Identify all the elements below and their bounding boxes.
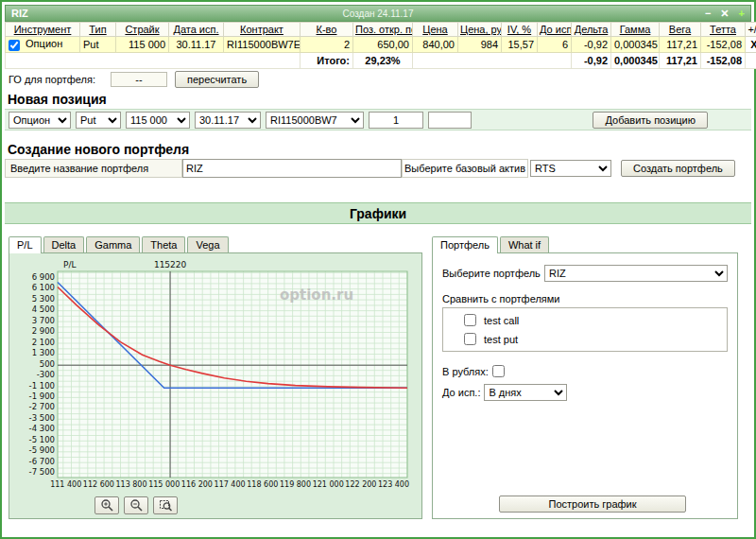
test-call-checkbox[interactable] [464, 314, 476, 326]
new-portfolio-row: Введите название портфеля Выберите базов… [5, 159, 751, 178]
svg-text:3 700: 3 700 [32, 316, 55, 325]
quantity-input[interactable] [369, 112, 423, 129]
cell-delta: -0,92 [572, 37, 611, 53]
svg-text:122 200: 122 200 [345, 480, 376, 489]
portfolio-name-input[interactable] [182, 159, 402, 178]
app-window: RIZ Создан 24.11.17 − ✕ + Инструмент Тип… [0, 0, 756, 539]
col-header-gamma[interactable]: Гамма [611, 23, 660, 37]
svg-text:115220: 115220 [154, 260, 187, 270]
cell-type: Put [80, 37, 116, 53]
days-mode-select[interactable]: В днях [484, 384, 567, 401]
price-input[interactable] [428, 112, 472, 129]
charts-section-title: Графики [5, 202, 751, 224]
zoom-in-button[interactable] [94, 496, 119, 514]
col-header-price[interactable]: Цена [413, 23, 458, 37]
svg-text:2 900: 2 900 [32, 326, 55, 336]
cell-days: 6 [538, 37, 572, 53]
tab-theta[interactable]: Theta [142, 236, 185, 253]
base-asset-select[interactable]: RTS [530, 160, 611, 177]
svg-text:-5 100: -5 100 [29, 435, 55, 444]
col-header-delta[interactable]: Дельта [572, 23, 611, 37]
recalculate-button[interactable]: пересчитать [175, 71, 259, 88]
position-row-checkbox[interactable] [9, 40, 20, 51]
tab-what-if[interactable]: What if [500, 236, 549, 253]
compare-item-label: test call [484, 315, 519, 326]
magnifier-plus-icon [100, 498, 114, 513]
col-header-vega[interactable]: Вега [660, 23, 701, 37]
portfolio-tabs: Портфель What if [432, 235, 738, 252]
charts-area: P/L Delta Gamma Theta Vega 6 9006 1005 3… [5, 224, 751, 519]
close-icon[interactable]: ✕ [720, 7, 729, 20]
cell-price: 840,00 [413, 37, 458, 53]
magnifier-rect-icon [159, 498, 173, 513]
add-position-button[interactable]: Добавить позицию [593, 112, 708, 129]
svg-text:500: 500 [40, 359, 55, 369]
build-chart-button[interactable]: Построить график [499, 496, 686, 513]
tab-pl[interactable]: P/L [9, 236, 42, 253]
new-portfolio-heading: Создание нового портфеля [8, 142, 751, 157]
tab-vega[interactable]: Vega [187, 236, 228, 253]
col-header-type[interactable]: Тип [80, 23, 116, 37]
instrument-select[interactable]: Опцион [9, 112, 71, 129]
create-portfolio-button[interactable]: Создать портфель [621, 160, 735, 177]
tab-portfolio[interactable]: Портфель [432, 236, 498, 253]
option-type-select[interactable]: Put [76, 112, 121, 129]
compare-item-test-call[interactable]: test call [449, 314, 721, 326]
magnifier-minus-icon [129, 498, 144, 513]
svg-text:116 200: 116 200 [181, 480, 213, 489]
add-icon[interactable]: + [739, 7, 745, 20]
zoom-out-button[interactable] [124, 496, 148, 514]
col-header-theta[interactable]: Тетта [701, 23, 746, 37]
portfolio-panel-block: Портфель What if Выберите портфель RIZ С… [432, 235, 738, 519]
cell-exp-date: 30.11.17 [169, 37, 224, 53]
col-header-instrument[interactable]: Инструмент [6, 23, 80, 37]
compare-item-test-put[interactable]: test put [449, 333, 721, 345]
new-position-heading: Новая позиция [8, 92, 751, 107]
delete-position-button[interactable]: X [746, 37, 756, 53]
portfolio-panel: Выберите портфель RIZ Сравнить с портфел… [432, 252, 738, 519]
tab-gamma[interactable]: Gamma [86, 236, 140, 253]
pl-chart-panel: 6 9006 1005 3004 5003 7002 9002 1001 300… [9, 252, 422, 519]
cell-gamma: 0,000345 [611, 37, 660, 53]
col-header-iv[interactable]: IV, % [502, 23, 538, 37]
svg-text:5 300: 5 300 [32, 294, 55, 304]
svg-text:-1 900: -1 900 [29, 391, 55, 401]
exp-date-select[interactable]: 30.11.17 [195, 112, 261, 129]
col-header-open-price[interactable]: Поз. откр. по [353, 23, 413, 37]
svg-text:-5 900: -5 900 [29, 445, 55, 455]
tab-delta[interactable]: Delta [43, 236, 85, 253]
chart-block: P/L Delta Gamma Theta Vega 6 9006 1005 3… [9, 235, 422, 519]
compare-item-label: test put [484, 334, 518, 345]
col-header-qty[interactable]: К-во [301, 23, 353, 37]
col-header-days[interactable]: До исп. [538, 23, 572, 37]
window-titlebar: RIZ Создан 24.11.17 − ✕ + [5, 5, 751, 22]
cell-qty[interactable]: 2 [301, 37, 353, 53]
strike-select[interactable]: 115 000 [126, 112, 190, 129]
zoom-controls [13, 494, 418, 516]
days-mode-label: До исп.: [442, 387, 480, 398]
compare-label: Сравнить с портфелями [442, 293, 728, 304]
svg-text:121 000: 121 000 [313, 480, 344, 489]
rubles-checkbox[interactable] [492, 365, 505, 377]
pl-chart: 6 9006 1005 3004 5003 7002 9002 1001 300… [13, 257, 416, 492]
svg-text:123 400: 123 400 [378, 480, 409, 489]
test-put-checkbox[interactable] [464, 333, 476, 345]
margin-row: ГО для портфеля: -- пересчитать [5, 70, 751, 89]
margin-value: -- [111, 72, 167, 87]
svg-text:118 600: 118 600 [247, 480, 278, 489]
totals-theta: -152,08 [701, 53, 746, 69]
portfolio-select[interactable]: RIZ [544, 265, 728, 282]
minimize-icon[interactable]: − [705, 7, 711, 20]
margin-label: ГО для портфеля: [5, 74, 111, 85]
contract-select[interactable]: RI115000BW7 [266, 112, 364, 129]
cell-vega: 117,21 [660, 37, 701, 53]
col-header-exp-date[interactable]: Дата исп. [169, 23, 224, 37]
col-header-price-rub[interactable]: Цена, руб. [458, 23, 502, 37]
svg-text:-4 300: -4 300 [29, 424, 55, 433]
zoom-reset-button[interactable] [153, 496, 178, 514]
svg-text:-3 500: -3 500 [29, 413, 55, 423]
portfolio-name-label: Введите название портфеля [5, 159, 182, 178]
col-header-contract[interactable]: Контракт [224, 23, 301, 37]
totals-row: Итого: 29,23% -0,92 0,000345 117,21 -152… [6, 53, 756, 69]
col-header-strike[interactable]: Страйк [116, 23, 169, 37]
